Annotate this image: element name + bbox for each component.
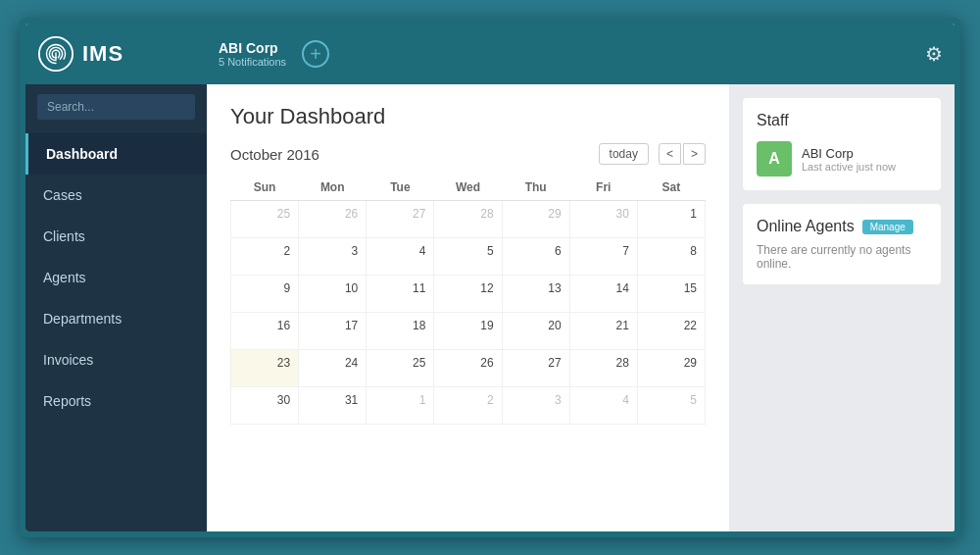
calendar-day[interactable]: 1: [637, 201, 705, 238]
no-agents-message: There are currently no agents online.: [757, 243, 927, 271]
dashboard-area: Your Dashboard October 2016 today < > Su…: [207, 84, 729, 531]
company-info: ABI Corp 5 Notifications: [219, 40, 286, 68]
calendar-day[interactable]: 21: [569, 313, 637, 350]
header-right: ⚙: [925, 42, 943, 66]
calendar-day[interactable]: 3: [299, 238, 367, 276]
content-area: Your Dashboard October 2016 today < > Su…: [207, 84, 955, 531]
sidebar: Dashboard Cases Clients Agents Departmen…: [25, 84, 207, 531]
today-button[interactable]: today: [599, 143, 649, 165]
calendar-header: October 2016 today < >: [230, 143, 706, 165]
calendar-day[interactable]: 14: [569, 276, 637, 313]
sidebar-item-reports[interactable]: Reports: [25, 380, 207, 422]
staff-item: A ABI Corp Last active just now: [757, 141, 927, 177]
staff-card: Staff A ABI Corp Last active just now: [743, 98, 941, 190]
calendar-day[interactable]: 11: [367, 276, 434, 313]
calendar-day[interactable]: 15: [637, 276, 705, 313]
header-center: ABI Corp 5 Notifications +: [219, 40, 925, 68]
col-tue: Tue: [367, 175, 434, 201]
staff-name: ABI Corp: [802, 146, 896, 161]
calendar-day[interactable]: 12: [434, 276, 502, 313]
calendar-day[interactable]: 23: [231, 350, 299, 387]
calendar-day[interactable]: 3: [502, 387, 569, 425]
calendar-day[interactable]: 28: [434, 201, 502, 238]
header: IMS ABI Corp 5 Notifications + ⚙: [25, 24, 955, 84]
right-panel: Staff A ABI Corp Last active just now: [729, 84, 955, 531]
calendar-day[interactable]: 26: [434, 350, 502, 387]
sidebar-nav: Dashboard Cases Clients Agents Departmen…: [25, 129, 207, 531]
calendar-day[interactable]: 5: [434, 238, 502, 276]
sidebar-item-cases[interactable]: Cases: [25, 175, 207, 216]
calendar-day[interactable]: 18: [367, 313, 434, 350]
calendar-day[interactable]: 25: [231, 201, 299, 238]
calendar-day[interactable]: 27: [502, 350, 569, 387]
calendar-day[interactable]: 16: [231, 313, 299, 350]
staff-info: ABI Corp Last active just now: [802, 146, 896, 173]
calendar-day[interactable]: 4: [367, 238, 434, 276]
sidebar-item-dashboard[interactable]: Dashboard: [25, 133, 207, 175]
calendar-day[interactable]: 26: [299, 201, 367, 238]
calendar-month: October 2016: [230, 146, 589, 163]
prev-month-button[interactable]: <: [659, 143, 681, 165]
calendar-day[interactable]: 6: [502, 238, 569, 276]
calendar-day[interactable]: 27: [367, 201, 434, 238]
app-name: IMS: [82, 41, 123, 67]
col-sat: Sat: [637, 175, 705, 201]
calendar-day[interactable]: 22: [637, 313, 705, 350]
notifications-label: 5 Notifications: [219, 56, 286, 68]
staff-title: Staff: [757, 112, 927, 129]
calendar-day[interactable]: 4: [569, 387, 637, 425]
settings-button[interactable]: ⚙: [925, 42, 943, 66]
manage-button[interactable]: Manage: [862, 220, 913, 234]
avatar: A: [757, 141, 792, 177]
online-agents-card: Online Agents Manage There are currently…: [743, 204, 941, 284]
calendar-day[interactable]: 17: [299, 313, 367, 350]
fingerprint-icon: [37, 35, 74, 73]
calendar-day[interactable]: 9: [231, 276, 299, 313]
calendar-day[interactable]: 2: [231, 238, 299, 276]
calendar-day[interactable]: 8: [637, 238, 705, 276]
calendar-day[interactable]: 13: [502, 276, 569, 313]
calendar-day[interactable]: 31: [299, 387, 367, 425]
add-button[interactable]: +: [302, 40, 329, 68]
calendar-day[interactable]: 28: [569, 350, 637, 387]
col-sun: Sun: [231, 175, 299, 201]
main-area: Dashboard Cases Clients Agents Departmen…: [25, 84, 955, 531]
sidebar-item-clients[interactable]: Clients: [25, 216, 207, 257]
online-agents-header: Online Agents Manage: [757, 218, 927, 235]
app-window: IMS ABI Corp 5 Notifications + ⚙: [20, 18, 960, 537]
calendar-table: Sun Mon Tue Wed Thu Fri Sat 252627282930…: [230, 175, 706, 425]
col-mon: Mon: [299, 175, 367, 201]
calendar-day[interactable]: 29: [502, 201, 569, 238]
dashboard-title: Your Dashboard: [230, 104, 706, 129]
app-container: IMS ABI Corp 5 Notifications + ⚙: [25, 24, 955, 531]
calendar-day[interactable]: 25: [367, 350, 434, 387]
calendar-day[interactable]: 19: [434, 313, 502, 350]
calendar-day[interactable]: 29: [637, 350, 705, 387]
col-wed: Wed: [434, 175, 502, 201]
sidebar-item-agents[interactable]: Agents: [25, 257, 207, 298]
logo-area: IMS: [37, 35, 219, 73]
calendar-day[interactable]: 7: [569, 238, 637, 276]
company-name: ABI Corp: [219, 40, 286, 56]
calendar-day[interactable]: 30: [569, 201, 637, 238]
calendar-day[interactable]: 2: [434, 387, 502, 425]
calendar-day[interactable]: 30: [231, 387, 299, 425]
calendar-day[interactable]: 1: [367, 387, 434, 425]
staff-status: Last active just now: [802, 161, 896, 173]
next-month-button[interactable]: >: [683, 143, 706, 165]
calendar-nav-arrows: < >: [659, 143, 706, 165]
calendar-day[interactable]: 5: [637, 387, 705, 425]
col-thu: Thu: [502, 175, 569, 201]
online-agents-title: Online Agents: [757, 218, 855, 235]
calendar-day[interactable]: 20: [502, 313, 569, 350]
sidebar-item-departments[interactable]: Departments: [25, 298, 207, 339]
col-fri: Fri: [569, 175, 637, 201]
search-input[interactable]: [37, 94, 195, 120]
search-container: [25, 84, 207, 129]
sidebar-item-invoices[interactable]: Invoices: [25, 339, 207, 380]
calendar-day[interactable]: 10: [299, 276, 367, 313]
calendar-day[interactable]: 24: [299, 350, 367, 387]
